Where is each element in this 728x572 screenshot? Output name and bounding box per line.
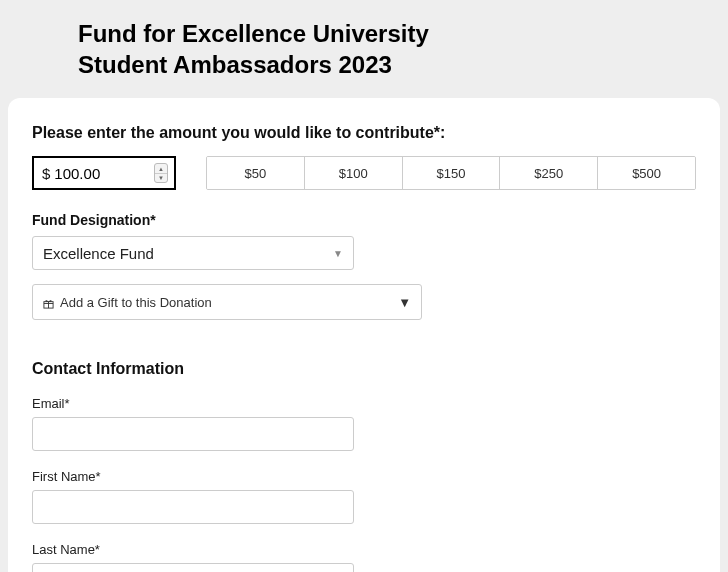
title-line-1: Fund for Excellence University	[78, 20, 429, 47]
last-name-label: Last Name*	[32, 542, 696, 557]
amount-input-wrapper[interactable]: $ ▲ ▼	[32, 156, 176, 190]
email-label: Email*	[32, 396, 696, 411]
amount-prompt: Please enter the amount you would like t…	[32, 124, 696, 142]
amount-row: $ ▲ ▼ $50 $100 $150 $250 $500	[32, 156, 696, 190]
preset-amounts: $50 $100 $150 $250 $500	[206, 156, 696, 190]
contact-section-title: Contact Information	[32, 360, 696, 378]
form-card: Please enter the amount you would like t…	[8, 98, 720, 572]
preset-250[interactable]: $250	[500, 157, 598, 189]
amount-input[interactable]	[54, 165, 134, 182]
spinner-up-icon[interactable]: ▲	[155, 164, 167, 174]
page-title: Fund for Excellence University Student A…	[78, 18, 728, 80]
amount-spinner[interactable]: ▲ ▼	[154, 163, 168, 183]
chevron-down-icon: ▼	[333, 248, 343, 259]
preset-100[interactable]: $100	[305, 157, 403, 189]
preset-150[interactable]: $150	[403, 157, 501, 189]
first-name-field[interactable]	[32, 490, 354, 524]
first-name-label: First Name*	[32, 469, 696, 484]
preset-500[interactable]: $500	[598, 157, 695, 189]
spinner-down-icon[interactable]: ▼	[155, 174, 167, 183]
title-line-2: Student Ambassadors 2023	[78, 51, 392, 78]
gift-icon	[43, 297, 54, 308]
currency-symbol: $	[42, 165, 50, 182]
fund-designation-label: Fund Designation*	[32, 212, 696, 228]
page-header: Fund for Excellence University Student A…	[0, 0, 728, 98]
add-gift-dropdown[interactable]: Add a Gift to this Donation ▼	[32, 284, 422, 320]
email-field[interactable]	[32, 417, 354, 451]
preset-50[interactable]: $50	[207, 157, 305, 189]
fund-designation-select[interactable]: Excellence Fund ▼	[32, 236, 354, 270]
add-gift-label: Add a Gift to this Donation	[60, 295, 212, 310]
fund-selected-value: Excellence Fund	[43, 245, 154, 262]
chevron-down-icon: ▼	[398, 295, 411, 310]
last-name-field[interactable]	[32, 563, 354, 572]
